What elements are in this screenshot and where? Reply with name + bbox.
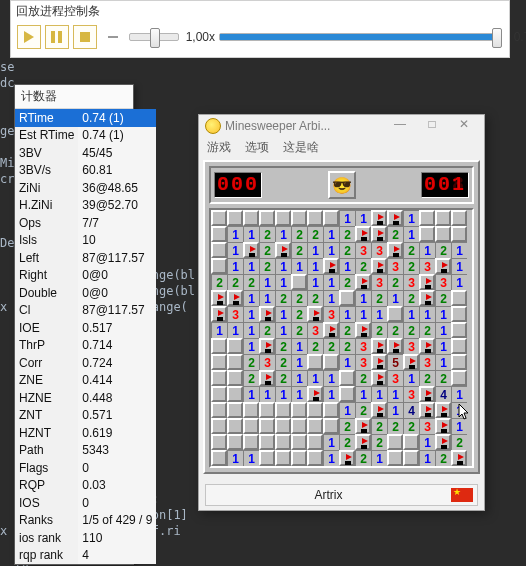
cell[interactable]: 1 <box>227 322 243 338</box>
cell[interactable] <box>291 450 307 466</box>
cell[interactable] <box>259 434 275 450</box>
cell[interactable]: 2 <box>371 290 387 306</box>
stats-row[interactable]: Left87@117.57 <box>15 249 156 267</box>
cell-flag[interactable] <box>419 290 435 306</box>
cell[interactable]: 1 <box>371 306 387 322</box>
cell[interactable]: 4 <box>435 386 451 402</box>
cell-flag[interactable] <box>371 226 387 242</box>
cell[interactable] <box>339 290 355 306</box>
cell[interactable]: 1 <box>275 386 291 402</box>
cell[interactable]: 1 <box>323 226 339 242</box>
cell[interactable]: 2 <box>307 290 323 306</box>
menu-options[interactable]: 选项 <box>245 139 269 156</box>
cell-flag[interactable] <box>227 290 243 306</box>
cell-flag[interactable] <box>403 354 419 370</box>
face-button[interactable]: 😎 <box>328 171 356 199</box>
cell[interactable]: 1 <box>371 386 387 402</box>
cell[interactable]: 1 <box>355 306 371 322</box>
cell-flag[interactable] <box>419 338 435 354</box>
cell-flag[interactable] <box>371 258 387 274</box>
cell-flag[interactable] <box>243 242 259 258</box>
cell[interactable]: 1 <box>323 450 339 466</box>
cell[interactable]: 2 <box>387 418 403 434</box>
speed-slider[interactable] <box>129 33 179 41</box>
cell[interactable] <box>451 306 467 322</box>
stats-row[interactable]: RQP0.03 <box>15 477 156 495</box>
cell[interactable] <box>227 354 243 370</box>
cell[interactable] <box>275 210 291 226</box>
cell[interactable] <box>227 402 243 418</box>
cell-flag[interactable] <box>307 306 323 322</box>
cell-flag[interactable] <box>371 370 387 386</box>
cell[interactable]: 2 <box>275 290 291 306</box>
cell[interactable]: 2 <box>227 274 243 290</box>
cell[interactable]: 1 <box>243 258 259 274</box>
cell[interactable]: 2 <box>243 274 259 290</box>
cell[interactable] <box>259 210 275 226</box>
cell[interactable]: 1 <box>243 322 259 338</box>
cell[interactable]: 3 <box>419 354 435 370</box>
stats-row[interactable]: Est RTime0.74 (1) <box>15 127 156 145</box>
cell[interactable]: 1 <box>451 258 467 274</box>
cell[interactable] <box>451 290 467 306</box>
cell-flag[interactable] <box>355 226 371 242</box>
cell[interactable]: 1 <box>419 450 435 466</box>
cell[interactable]: 3 <box>355 354 371 370</box>
stats-row[interactable]: rqp rank4 <box>15 547 156 565</box>
cell[interactable]: 2 <box>355 402 371 418</box>
cell[interactable] <box>307 450 323 466</box>
cell[interactable]: 1 <box>243 386 259 402</box>
stats-row[interactable]: ZNT0.571 <box>15 407 156 425</box>
cell[interactable]: 2 <box>291 226 307 242</box>
cell[interactable]: 3 <box>355 242 371 258</box>
maximize-button[interactable]: □ <box>418 117 446 135</box>
cell[interactable] <box>307 402 323 418</box>
cell[interactable]: 1 <box>339 354 355 370</box>
cell[interactable] <box>419 226 435 242</box>
cell[interactable] <box>451 370 467 386</box>
stats-row[interactable]: HZNT0.619 <box>15 424 156 442</box>
cell-flag[interactable] <box>259 370 275 386</box>
cell[interactable] <box>259 418 275 434</box>
cell[interactable] <box>211 338 227 354</box>
cell[interactable] <box>275 418 291 434</box>
cell[interactable]: 4 <box>403 402 419 418</box>
cell[interactable] <box>291 274 307 290</box>
cell[interactable] <box>211 386 227 402</box>
cell[interactable]: 2 <box>307 338 323 354</box>
cell[interactable]: 2 <box>339 242 355 258</box>
seek-button[interactable] <box>101 25 125 49</box>
cell-flag[interactable] <box>419 402 435 418</box>
cell[interactable]: 2 <box>403 242 419 258</box>
cell[interactable]: 1 <box>243 290 259 306</box>
cell[interactable]: 1 <box>451 386 467 402</box>
cell[interactable]: 2 <box>259 322 275 338</box>
cell[interactable]: 2 <box>355 258 371 274</box>
cell[interactable]: 1 <box>339 210 355 226</box>
cell[interactable]: 2 <box>339 322 355 338</box>
cell-flag[interactable] <box>355 418 371 434</box>
cell[interactable] <box>275 434 291 450</box>
cell[interactable]: 2 <box>419 322 435 338</box>
cell[interactable]: 3 <box>403 386 419 402</box>
cell[interactable]: 1 <box>291 386 307 402</box>
cell[interactable]: 3 <box>307 322 323 338</box>
cell[interactable]: 5 <box>387 354 403 370</box>
cell[interactable]: 2 <box>243 370 259 386</box>
stats-row[interactable]: Isls10 <box>15 232 156 250</box>
cell[interactable] <box>227 210 243 226</box>
stats-row[interactable]: Corr0.724 <box>15 354 156 372</box>
cell[interactable] <box>387 306 403 322</box>
cell-flag[interactable] <box>371 354 387 370</box>
cell[interactable] <box>291 402 307 418</box>
cell[interactable]: 1 <box>403 226 419 242</box>
cell[interactable]: 1 <box>403 306 419 322</box>
play-button[interactable] <box>17 25 41 49</box>
cell[interactable] <box>403 450 419 466</box>
cell[interactable]: 2 <box>339 226 355 242</box>
cell[interactable]: 1 <box>451 402 467 418</box>
cell[interactable] <box>291 210 307 226</box>
cell[interactable]: 2 <box>403 418 419 434</box>
cell[interactable]: 1 <box>291 354 307 370</box>
cell[interactable] <box>259 450 275 466</box>
